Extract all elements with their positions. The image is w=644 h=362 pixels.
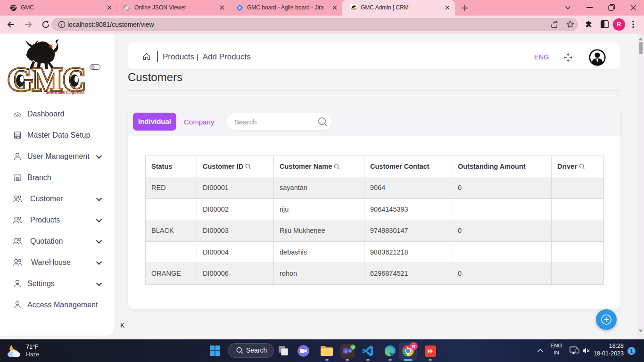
- svg-text:GMC: GMC: [351, 8, 357, 11]
- svg-text:General Meat Corporation: General Meat Corporation: [46, 90, 84, 95]
- svg-text:T: T: [345, 349, 347, 354]
